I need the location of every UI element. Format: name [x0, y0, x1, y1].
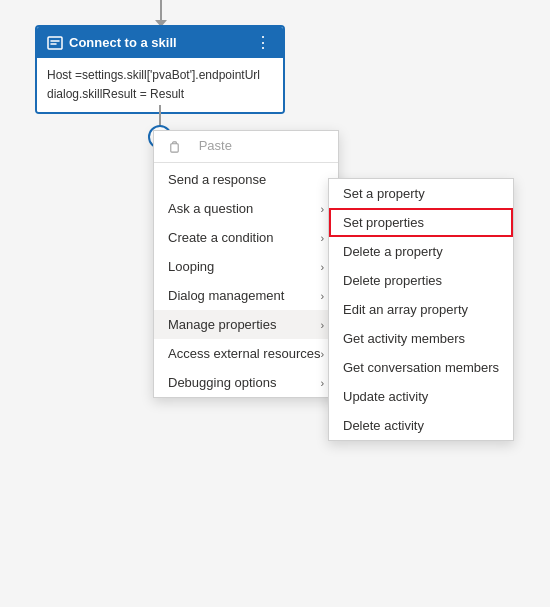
separator-1 — [154, 162, 338, 163]
context-menu: Paste Send a response Ask a question › C… — [153, 130, 339, 398]
chevron-right-icon: › — [320, 232, 324, 244]
submenu-item-delete-properties-label: Delete properties — [343, 273, 442, 288]
submenu-item-update-activity-label: Update activity — [343, 389, 428, 404]
submenu-item-get-conversation-members-label: Get conversation members — [343, 360, 499, 375]
submenu-item-get-activity-members-label: Get activity members — [343, 331, 465, 346]
submenu-item-delete-activity-label: Delete activity — [343, 418, 424, 433]
skill-node: Connect to a skill ⋮ Host =settings.skil… — [35, 25, 285, 114]
chevron-right-icon: › — [320, 377, 324, 389]
svg-rect-0 — [48, 37, 62, 49]
chevron-right-icon: › — [320, 203, 324, 215]
submenu-item-delete-property-label: Delete a property — [343, 244, 443, 259]
submenu-item-update-activity[interactable]: Update activity — [329, 382, 513, 411]
submenu-item-set-properties-label: Set properties — [343, 215, 424, 230]
menu-item-access-external[interactable]: Access external resources › — [154, 339, 338, 368]
connector-line-mid — [159, 105, 161, 127]
menu-item-access-external-label: Access external resources — [168, 346, 320, 361]
submenu-item-set-properties[interactable]: Set properties — [329, 208, 513, 237]
skill-node-line1: Host =settings.skill['pvaBot'].endpointU… — [47, 66, 273, 85]
chevron-right-icon: › — [320, 261, 324, 273]
skill-node-menu-icon[interactable]: ⋮ — [253, 33, 273, 52]
skill-node-header-left: Connect to a skill — [47, 35, 177, 51]
menu-item-create-condition[interactable]: Create a condition › — [154, 223, 338, 252]
submenu-manage-properties: Set a property Set properties Delete a p… — [328, 178, 514, 441]
menu-item-paste[interactable]: Paste — [154, 131, 338, 160]
submenu-item-delete-activity[interactable]: Delete activity — [329, 411, 513, 440]
canvas: Connect to a skill ⋮ Host =settings.skil… — [0, 0, 550, 607]
connector-line-top — [160, 0, 162, 22]
submenu-item-edit-array-label: Edit an array property — [343, 302, 468, 317]
submenu-item-edit-array[interactable]: Edit an array property — [329, 295, 513, 324]
menu-item-manage-properties[interactable]: Manage properties › — [154, 310, 338, 339]
menu-item-paste-label: Paste — [199, 138, 232, 153]
menu-item-ask-question[interactable]: Ask a question › — [154, 194, 338, 223]
svg-rect-1 — [171, 144, 178, 152]
menu-item-ask-question-label: Ask a question — [168, 201, 253, 216]
submenu-item-set-property-label: Set a property — [343, 186, 425, 201]
skill-node-header: Connect to a skill ⋮ — [37, 27, 283, 58]
chevron-right-icon: › — [320, 319, 324, 331]
chevron-right-icon: › — [320, 348, 324, 360]
menu-item-send-response[interactable]: Send a response — [154, 165, 338, 194]
chevron-right-icon: › — [320, 290, 324, 302]
submenu-item-delete-properties[interactable]: Delete properties — [329, 266, 513, 295]
menu-item-debugging[interactable]: Debugging options › — [154, 368, 338, 397]
menu-item-looping[interactable]: Looping › — [154, 252, 338, 281]
menu-item-send-response-label: Send a response — [168, 172, 266, 187]
submenu-item-delete-property[interactable]: Delete a property — [329, 237, 513, 266]
skill-node-title: Connect to a skill — [69, 35, 177, 50]
submenu-item-set-property[interactable]: Set a property — [329, 179, 513, 208]
menu-item-looping-label: Looping — [168, 259, 214, 274]
menu-item-create-condition-label: Create a condition — [168, 230, 274, 245]
menu-item-manage-properties-label: Manage properties — [168, 317, 276, 332]
menu-item-dialog-management-label: Dialog management — [168, 288, 284, 303]
submenu-item-get-activity-members[interactable]: Get activity members — [329, 324, 513, 353]
menu-item-debugging-label: Debugging options — [168, 375, 276, 390]
skill-node-line2: dialog.skillResult = Result — [47, 85, 273, 104]
skill-icon — [47, 35, 63, 51]
menu-item-dialog-management[interactable]: Dialog management › — [154, 281, 338, 310]
paste-icon — [168, 138, 191, 153]
submenu-item-get-conversation-members[interactable]: Get conversation members — [329, 353, 513, 382]
